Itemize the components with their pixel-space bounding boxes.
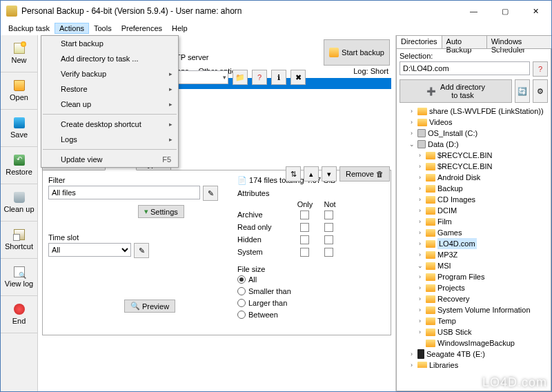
expand-icon[interactable]: › bbox=[416, 161, 424, 172]
tree-node[interactable]: ›Program Files bbox=[400, 271, 548, 282]
tree-node[interactable]: ›Projects bbox=[400, 282, 548, 293]
tree-node[interactable]: ›$RECYCLE.BIN bbox=[400, 150, 548, 161]
refresh-tree-button[interactable]: 🔄 bbox=[515, 79, 530, 103]
expand-icon[interactable]: › bbox=[408, 106, 415, 117]
filter-input[interactable] bbox=[48, 186, 200, 199]
tree-node[interactable]: ⌄MSI bbox=[400, 260, 548, 271]
menu-actions[interactable]: Actions bbox=[55, 23, 89, 34]
expand-icon[interactable]: › bbox=[408, 117, 415, 128]
remove-dest-button[interactable]: ✖ bbox=[290, 70, 306, 85]
tree-settings-button[interactable]: ⚙ bbox=[533, 79, 548, 103]
move-up-button[interactable]: ▴ bbox=[304, 166, 319, 182]
rb-smaller[interactable] bbox=[237, 287, 246, 295]
cb-readonly-not[interactable] bbox=[324, 223, 333, 232]
browse-button[interactable]: 📁 bbox=[233, 70, 248, 85]
remove-button[interactable]: Remove🗑 bbox=[339, 166, 390, 182]
selection-help-button[interactable]: ? bbox=[533, 61, 548, 77]
expand-icon[interactable]: ⌄ bbox=[408, 139, 415, 150]
mi-restore[interactable]: Restore bbox=[41, 81, 178, 97]
tree-node[interactable]: ⌄Data (D:) bbox=[400, 139, 548, 150]
tree-node[interactable]: ›LO4D.com bbox=[400, 238, 548, 249]
shortcut-button[interactable]: Shortcut bbox=[1, 222, 37, 259]
add-directory-button[interactable]: ➕Add directory to task bbox=[400, 79, 512, 103]
mi-update-view[interactable]: Update viewF5 bbox=[41, 152, 178, 167]
tree-node[interactable]: ›Recovery bbox=[400, 293, 548, 304]
expand-icon[interactable]: › bbox=[416, 293, 424, 304]
expand-icon[interactable]: › bbox=[416, 183, 424, 194]
cb-hidden-only[interactable] bbox=[300, 235, 309, 244]
tree-node[interactable]: ›Film bbox=[400, 216, 548, 227]
mi-add-directory[interactable]: Add directory to task ... bbox=[41, 51, 178, 66]
cb-system-not[interactable] bbox=[324, 248, 333, 257]
tree-node[interactable]: ›Seagate 4TB (E:) bbox=[400, 349, 548, 360]
mi-verify-backup[interactable]: Verify backup bbox=[41, 66, 178, 81]
filter-settings-button[interactable]: ▾Settings bbox=[138, 205, 184, 218]
timeslot-select[interactable]: All bbox=[48, 243, 131, 257]
expand-icon[interactable]: › bbox=[416, 249, 424, 260]
expand-icon[interactable]: › bbox=[416, 194, 424, 205]
rb-between[interactable] bbox=[237, 311, 246, 319]
expand-icon[interactable]: › bbox=[416, 205, 424, 216]
menu-tools[interactable]: Tools bbox=[89, 23, 117, 34]
minimize-button[interactable]: — bbox=[458, 1, 489, 21]
expand-icon[interactable]: › bbox=[416, 227, 424, 238]
start-backup-button[interactable]: Start backup bbox=[324, 39, 390, 66]
tree-node[interactable]: ›Temp bbox=[400, 315, 548, 326]
tree-node[interactable]: ›Backup bbox=[400, 183, 548, 194]
end-button[interactable]: End bbox=[1, 296, 37, 333]
help-button[interactable]: ? bbox=[252, 70, 267, 85]
tree-node[interactable]: ›OS_Install (C:) bbox=[400, 128, 548, 139]
mi-cleanup[interactable]: Clean up bbox=[41, 97, 178, 112]
menu-help[interactable]: Help bbox=[167, 23, 193, 34]
tree-node[interactable]: ›share (LS-WVLFDE (LinkStation)) bbox=[400, 106, 548, 117]
menu-preferences[interactable]: Preferences bbox=[117, 23, 167, 34]
close-button[interactable]: ✕ bbox=[520, 1, 551, 21]
expand-icon[interactable]: ⌄ bbox=[416, 260, 424, 271]
open-button[interactable]: Open bbox=[1, 72, 37, 110]
expand-icon[interactable]: › bbox=[416, 282, 424, 293]
tree-node[interactable]: ›MP3Z bbox=[400, 249, 548, 260]
tree-node[interactable]: ›USB Stick bbox=[400, 326, 548, 337]
tree-node[interactable]: ›Android Disk bbox=[400, 172, 548, 183]
expand-icon[interactable]: › bbox=[408, 360, 415, 368]
tree-node[interactable]: WindowsImageBackup bbox=[400, 337, 548, 349]
viewlog-button[interactable]: View log bbox=[1, 259, 37, 296]
tree-node[interactable]: ›System Volume Information bbox=[400, 304, 548, 315]
menu-backup-task[interactable]: Backup task bbox=[3, 23, 55, 34]
mi-start-backup[interactable]: Start backup bbox=[41, 36, 178, 51]
cb-hidden-not[interactable] bbox=[324, 235, 333, 244]
rb-all[interactable] bbox=[237, 275, 246, 284]
rb-larger[interactable] bbox=[237, 299, 246, 307]
filter-edit-button[interactable]: ✎ bbox=[203, 186, 218, 201]
mi-create-shortcut[interactable]: Create desktop shortcut bbox=[41, 117, 178, 132]
directory-tree[interactable]: ›share (LS-WVLFDE (LinkStation))›Videos›… bbox=[400, 106, 548, 368]
expand-icon[interactable]: › bbox=[408, 128, 415, 139]
tree-node[interactable]: ›Videos bbox=[400, 117, 548, 128]
selection-input[interactable] bbox=[400, 61, 530, 75]
tab-windows-scheduler[interactable]: Windows Scheduler bbox=[486, 35, 552, 49]
move-down-button[interactable]: ▾ bbox=[322, 166, 337, 182]
tree-node[interactable]: ›DCIM bbox=[400, 205, 548, 216]
expand-icon[interactable]: › bbox=[416, 216, 424, 227]
expand-icon[interactable]: › bbox=[416, 326, 424, 337]
expand-icon[interactable]: › bbox=[408, 349, 415, 360]
expand-icon[interactable]: › bbox=[416, 238, 424, 249]
tree-node[interactable]: ›Games bbox=[400, 227, 548, 238]
tree-node[interactable]: ›Libraries bbox=[400, 360, 548, 368]
restore-button[interactable]: Restore bbox=[1, 147, 37, 184]
cleanup-button[interactable]: Clean up bbox=[1, 184, 37, 222]
save-button[interactable]: Save bbox=[1, 110, 37, 147]
expand-icon[interactable]: › bbox=[416, 304, 424, 315]
timeslot-edit-button[interactable]: ✎ bbox=[134, 243, 149, 258]
tree-node[interactable]: ›$RECYCLE.BIN bbox=[400, 161, 548, 172]
sort-button[interactable]: ⇅ bbox=[286, 166, 301, 182]
info-button[interactable]: ℹ bbox=[271, 70, 286, 85]
expand-icon[interactable]: › bbox=[416, 172, 424, 183]
tab-auto-backup[interactable]: Auto Backup bbox=[442, 35, 487, 49]
log-mode-label[interactable]: Log: Short bbox=[353, 67, 388, 75]
cb-archive-not[interactable] bbox=[324, 210, 333, 219]
cb-readonly-only[interactable] bbox=[300, 223, 309, 232]
cb-archive-only[interactable] bbox=[300, 210, 309, 219]
expand-icon[interactable]: › bbox=[416, 271, 424, 282]
tab-directories[interactable]: Directories bbox=[396, 35, 442, 49]
